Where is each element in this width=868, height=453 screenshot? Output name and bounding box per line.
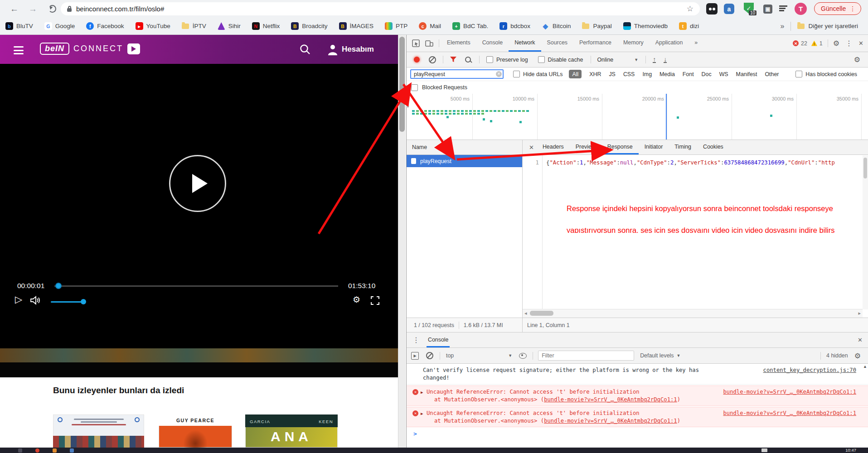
bookmarks-overflow-icon[interactable]: » [781,22,785,30]
video-settings-icon[interactable]: ⚙ [353,294,360,305]
console-context-icon[interactable]: ▶ [411,352,419,360]
type-filter-img[interactable]: Img [642,71,652,77]
disable-cache-checkbox[interactable] [538,56,545,63]
taskbar-icon[interactable] [35,448,39,453]
device-toolbar-icon[interactable] [425,40,433,47]
bookmark-bdcbox[interactable]: rbdcbox [499,22,530,30]
detail-tab-headers[interactable]: Headers [537,140,570,154]
console-settings-icon[interactable]: ⚙ [854,352,861,360]
bookmark-google[interactable]: GGoogle [44,22,75,30]
network-settings-icon[interactable]: ⚙ [854,55,860,64]
video-progress-bar[interactable] [54,285,338,287]
bookmark-blutv[interactable]: bBluTV [5,22,33,30]
warning-count-icon[interactable]: ! [811,41,817,46]
export-har-icon[interactable]: ↓ [664,57,667,63]
related-poster-1[interactable] [53,414,144,448]
bookmark-dizi[interactable]: tdizi [679,22,699,30]
bookmark-star-icon[interactable]: ☆ [687,4,693,14]
bookmark-broadcity[interactable]: BBroadcity [291,22,327,30]
bookmark-iptv[interactable]: İPTV [182,23,206,29]
console-clear-icon[interactable] [426,352,433,359]
tab-sources[interactable]: Sources [541,35,573,52]
url-text[interactable]: beinconnect.com.tr/film/oslo# [76,5,164,13]
scroll-right-icon[interactable]: ▸ [858,310,861,316]
menu-icon[interactable] [14,46,24,54]
tab-performance[interactable]: Performance [573,35,617,52]
preserve-log-checkbox[interactable] [486,56,493,63]
hidden-messages-count[interactable]: 4 hidden [826,352,848,359]
stack-link[interactable]: bundle-movie?v=SrrV_…_0KeAntmbq2rDqCo1:1 [544,396,677,403]
clear-icon[interactable] [429,56,436,63]
type-filter-xhr[interactable]: XHR [589,71,601,77]
related-poster-2[interactable]: GUY PEARCE [159,414,232,448]
extension-icon-shield[interactable]: ✓ 10 [744,3,754,14]
devtools-close-icon[interactable]: ✕ [858,40,863,47]
page-scrollbar-thumb[interactable] [399,37,405,132]
import-har-icon[interactable]: ↑ [653,57,656,63]
detail-tab-cookies[interactable]: Cookies [697,140,729,154]
related-poster-3[interactable]: GARCIA KEEN ANA [245,414,338,448]
more-tabs-icon[interactable]: » [689,35,703,52]
detail-tab-timing[interactable]: Timing [669,140,697,154]
puzzle-extensions-icon[interactable]: ▣ [763,5,772,14]
type-filter-font[interactable]: Font [683,71,694,77]
inspect-element-icon[interactable] [412,39,420,47]
stack-link[interactable]: bundle-movie?v=SrrV_…_0KeAntmbq2rDqCo1:1 [544,418,677,424]
bein-connect-logo[interactable]: beIN CONNECT [40,43,140,55]
devtools-settings-icon[interactable]: ⚙ [833,39,839,48]
volume-slider[interactable] [51,301,83,303]
browser-menu-icon[interactable]: ⋮ [849,5,856,12]
context-dropdown-icon[interactable]: ▼ [508,353,512,358]
console-drawer-tab[interactable]: Console [427,333,450,347]
record-icon[interactable] [414,57,420,63]
extension-icon-a[interactable]: a [724,4,734,14]
expand-icon[interactable]: ▶ [421,389,423,396]
detail-tab-response[interactable]: Response [601,140,639,154]
type-filter-doc[interactable]: Doc [702,71,712,77]
taskbar-icon[interactable] [18,448,22,453]
type-filter-all[interactable]: All [569,70,582,78]
play-control-icon[interactable]: ▷ [15,294,22,305]
network-filter-input[interactable] [410,69,504,79]
response-vertical-scrollbar[interactable] [863,155,868,309]
tab-network[interactable]: Network [509,35,541,52]
blocked-requests-checkbox[interactable] [411,84,418,91]
bookmark-bdc-tab[interactable]: +BdC Tab. [452,22,488,30]
update-chrome-button[interactable]: Güncelle ⋮ [814,2,861,15]
bookmark-ptp[interactable]: PTP [385,22,407,30]
tab-elements[interactable]: Elements [441,35,476,52]
response-horizontal-scrollbar[interactable]: ◂ ▸ [523,309,863,318]
throttling-select[interactable]: Online [597,57,613,63]
console-prompt-chevron[interactable]: > [407,427,868,437]
bookmark-netflix[interactable]: NNetflix [252,22,280,30]
type-filter-css[interactable]: CSS [623,71,635,77]
bookmark-images[interactable]: BİMAGES [339,22,374,30]
network-search-icon[interactable] [465,57,471,63]
error-source-link[interactable]: bundle-movie?v=SrrV_…_0KeAntmbq2rDqCo1:1 [723,410,857,417]
console-log-message[interactable]: content_key_decryption.js:70 Can't verif… [407,364,868,385]
error-count[interactable]: 22 [801,40,807,47]
volume-slider-knob[interactable] [81,299,86,304]
console-error-message[interactable]: ✕ ▶ bundle-movie?v=SrrV_…_0KeAntmbq2rDqC… [407,386,868,406]
error-count-icon[interactable]: ✕ [793,40,799,46]
bookmark-mail[interactable]: cMail [419,22,441,30]
console-close-icon[interactable]: ✕ [858,337,863,343]
tab-console[interactable]: Console [476,35,509,52]
console-filter-input[interactable] [538,351,634,361]
fullscreen-icon[interactable] [371,296,379,305]
scroll-left-icon[interactable]: ◂ [524,310,527,316]
expand-icon[interactable]: ▶ [421,410,423,418]
video-play-button[interactable] [169,155,226,212]
forward-icon[interactable]: → [29,0,37,18]
detail-tab-initiator[interactable]: Initiator [639,140,669,154]
reload-icon[interactable] [48,5,56,13]
video-progress-knob[interactable] [55,283,62,289]
source-link[interactable]: content_key_decryption.js:70 [763,366,856,374]
warning-count[interactable]: 1 [820,40,823,47]
extension-icon-dark[interactable] [706,3,718,14]
profile-avatar[interactable]: T [795,3,807,15]
console-scroll-up-icon[interactable]: ▲ [863,364,867,369]
has-blocked-cookies-checkbox[interactable] [795,71,802,77]
log-levels-select[interactable]: Default levels [640,352,674,359]
type-filter-media[interactable]: Media [659,71,675,77]
